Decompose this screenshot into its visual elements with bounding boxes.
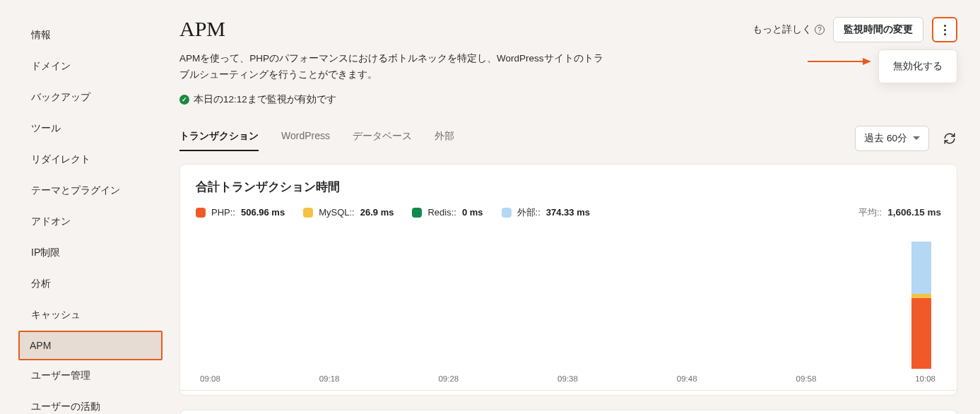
sidebar-item-user-activity[interactable]: ユーザーの活動: [0, 391, 167, 414]
legend-value: 26.9 ms: [360, 207, 394, 218]
legend-label: MySQL::: [319, 207, 355, 218]
axis-tick: 09:28: [438, 374, 459, 383]
tab-wordpress[interactable]: WordPress: [281, 126, 330, 151]
sidebar-item-label: アドオン: [31, 215, 71, 227]
swatch-icon: [196, 208, 206, 218]
tab-label: トランザクション: [179, 130, 259, 141]
sidebar-item-ip-restrict[interactable]: IP制限: [0, 237, 167, 268]
sidebar-item-label: テーマとプラグイン: [31, 184, 120, 196]
tabs: トランザクション WordPress データベース 外部: [179, 126, 849, 151]
legend-item-mysql: MySQL:: 26.9 ms: [303, 207, 394, 218]
refresh-icon: [943, 132, 956, 145]
sidebar-item-label: 情報: [31, 29, 51, 40]
sidebar-item-label: ユーザーの活動: [31, 401, 100, 412]
sidebar-item-backup[interactable]: バックアップ: [0, 82, 167, 113]
chart-plot-area: [196, 229, 941, 369]
chart-bar: [911, 242, 931, 369]
sidebar-item-label: IP制限: [31, 247, 60, 258]
sidebar-item-themes-plugins[interactable]: テーマとプラグイン: [0, 175, 167, 206]
legend-value: 374.33 ms: [546, 207, 590, 218]
legend-item-php: PHP:: 506.96 ms: [196, 207, 285, 218]
axis-tick: 09:18: [319, 374, 340, 383]
axis-tick: 09:48: [677, 374, 697, 383]
tab-label: データベース: [353, 130, 412, 141]
legend-value: 506.96 ms: [241, 207, 285, 218]
sidebar-item-label: ドメイン: [31, 60, 71, 71]
sidebar-item-domain[interactable]: ドメイン: [0, 51, 167, 82]
page-title: APM: [179, 17, 741, 41]
axis-tick: 09:38: [557, 374, 578, 383]
sidebar-item-label: ユーザー管理: [31, 369, 90, 381]
swatch-icon: [502, 208, 512, 218]
tab-transactions[interactable]: トランザクション: [179, 126, 259, 151]
legend-item-redis: Redis:: 0 ms: [412, 207, 483, 218]
sidebar-item-analytics[interactable]: 分析: [0, 268, 167, 300]
refresh-button[interactable]: [942, 131, 957, 146]
swatch-icon: [412, 208, 422, 218]
chart-legend: PHP:: 506.96 ms MySQL:: 26.9 ms Redis:: …: [196, 206, 941, 219]
monitoring-status: ✓ 本日の12:12まで監視が有効です: [179, 93, 741, 106]
axis-tick: 10:08: [915, 374, 941, 383]
kebab-icon: [944, 25, 946, 35]
info-icon: ?: [815, 25, 825, 35]
legend-label: Redis::: [427, 207, 456, 218]
time-range-select[interactable]: 過去 60分: [855, 126, 929, 151]
main-content: APM APMを使って、PHPのパフォーマンスにおけるボトルネックを特定し、Wo…: [167, 0, 980, 414]
sidebar-item-label: 分析: [31, 278, 51, 289]
axis-tick: 09:58: [796, 374, 817, 383]
tab-label: WordPress: [281, 130, 330, 141]
time-range-label: 過去 60分: [864, 132, 907, 145]
legend-item-external: 外部:: 374.33 ms: [502, 206, 590, 219]
chart-x-axis: 09:0809:1809:2809:3809:4809:5810:08: [196, 369, 941, 383]
more-actions-button[interactable]: [932, 17, 957, 42]
tab-database[interactable]: データベース: [353, 126, 412, 151]
tab-label: 外部: [435, 130, 454, 141]
swatch-icon: [303, 208, 313, 218]
sidebar-item-info[interactable]: 情報: [0, 20, 167, 51]
learn-more-link[interactable]: もっと詳しく ?: [752, 23, 825, 36]
legend-label: 外部::: [517, 206, 541, 219]
sidebar-item-label: バックアップ: [31, 91, 90, 102]
avg-value: 1,606.15 ms: [887, 207, 941, 218]
sidebar: 情報 ドメイン バックアップ ツール リダイレクト テーマとプラグイン アドオン…: [0, 0, 167, 414]
total-transaction-time-card: 合計トランザクション時間 PHP:: 506.96 ms MySQL:: 26.…: [179, 164, 957, 396]
page-description: APMを使って、PHPのパフォーマンスにおけるボトルネックを特定し、WordPr…: [179, 51, 603, 83]
divider: [180, 390, 957, 391]
change-monitoring-time-button[interactable]: 監視時間の変更: [833, 17, 923, 42]
chevron-down-icon: [913, 136, 920, 141]
sidebar-item-label: リダイレクト: [31, 153, 90, 165]
header-actions: もっと詳しく ? 監視時間の変更 無効化する: [752, 17, 957, 42]
sidebar-item-redirect[interactable]: リダイレクト: [0, 144, 167, 175]
axis-tick: 09:08: [200, 374, 220, 383]
sidebar-item-tools[interactable]: ツール: [0, 113, 167, 144]
next-card: [179, 410, 957, 414]
sidebar-item-addons[interactable]: アドオン: [0, 206, 167, 237]
svg-marker-1: [863, 58, 871, 65]
legend-value: 0 ms: [462, 207, 483, 218]
annotation-arrow-icon: [808, 57, 871, 66]
sidebar-item-label: キャッシュ: [31, 309, 81, 320]
legend-label: PHP::: [211, 207, 235, 218]
card-title: 合計トランザクション時間: [196, 179, 941, 195]
avg-label: 平均::: [858, 206, 882, 219]
learn-more-label: もっと詳しく: [752, 23, 812, 36]
bar-segment: [911, 242, 931, 294]
sidebar-item-label: APM: [30, 340, 51, 351]
average-metric: 平均:: 1,606.15 ms: [858, 206, 941, 219]
sidebar-item-apm[interactable]: APM: [18, 331, 163, 360]
sidebar-item-user-mgmt[interactable]: ユーザー管理: [0, 360, 167, 391]
sidebar-item-label: ツール: [31, 122, 61, 134]
check-circle-icon: ✓: [179, 95, 189, 105]
status-text: 本日の12:12まで監視が有効です: [194, 93, 336, 106]
tab-external[interactable]: 外部: [435, 126, 454, 151]
more-actions-menu-item-disable[interactable]: 無効化する: [878, 49, 957, 83]
bar-segment: [911, 298, 931, 369]
sidebar-item-cache[interactable]: キャッシュ: [0, 300, 167, 331]
